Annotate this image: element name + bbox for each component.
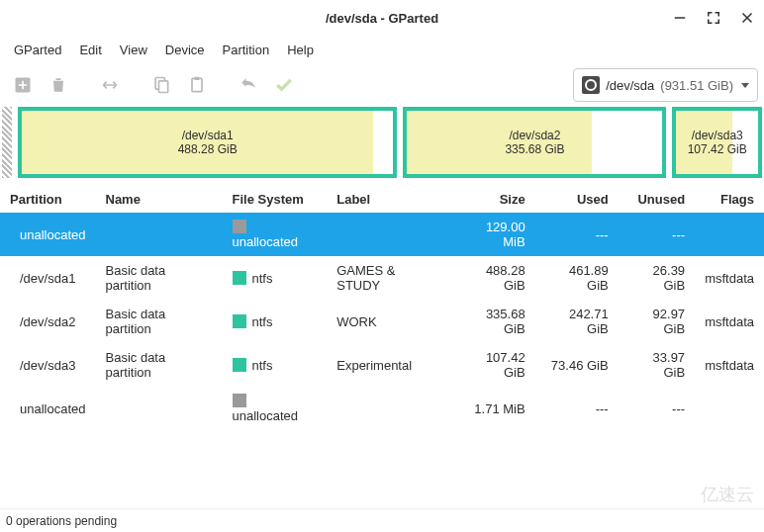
partition-used-region bbox=[407, 111, 592, 174]
menu-gparted[interactable]: GParted bbox=[6, 39, 69, 61]
cell-unused: 92.97 GiB bbox=[619, 300, 695, 343]
cell-size: 129.00 MiB bbox=[451, 213, 535, 256]
toolbar-left bbox=[6, 68, 301, 102]
fs-swatch-icon bbox=[233, 358, 246, 372]
col-label[interactable]: Label bbox=[327, 186, 451, 213]
cell-fs: ntfs bbox=[223, 256, 328, 300]
cell-flags: msftdata bbox=[695, 256, 764, 300]
cell-size: 107.42 GiB bbox=[451, 343, 535, 387]
cell-size: 1.71 MiB bbox=[451, 387, 535, 430]
resize-move-button[interactable] bbox=[93, 68, 127, 102]
device-path: /dev/sda bbox=[606, 78, 654, 93]
cell-size: 488.28 GiB bbox=[451, 256, 535, 300]
maximize-button[interactable] bbox=[705, 9, 722, 27]
col-partition[interactable]: Partition bbox=[0, 186, 96, 213]
cell-used: 73.46 GiB bbox=[535, 343, 619, 387]
cell-used: 461.89 GiB bbox=[535, 256, 619, 300]
fs-swatch-icon bbox=[233, 394, 246, 407]
toolbar: /dev/sda (931.51 GiB) bbox=[0, 63, 764, 107]
table-row[interactable]: unallocatedunallocated1.71 MiB------ bbox=[0, 387, 764, 430]
apply-button[interactable] bbox=[267, 68, 301, 102]
cell-unused: --- bbox=[619, 213, 695, 256]
cell-fs: unallocated bbox=[223, 387, 328, 430]
table-row[interactable]: unallocatedunallocated129.00 MiB------ bbox=[0, 213, 764, 256]
table-row[interactable]: /dev/sda1Basic data partitionntfsGAMES &… bbox=[0, 256, 764, 300]
cell-used: 242.71 GiB bbox=[535, 300, 619, 343]
col-name[interactable]: Name bbox=[96, 186, 223, 213]
menu-partition[interactable]: Partition bbox=[215, 39, 278, 61]
partition-used-region bbox=[676, 111, 731, 174]
close-button[interactable] bbox=[738, 9, 756, 27]
col-size[interactable]: Size bbox=[451, 186, 535, 213]
fs-swatch-icon bbox=[233, 314, 246, 328]
delete-partition-button[interactable] bbox=[42, 68, 75, 102]
svg-rect-3 bbox=[192, 78, 202, 91]
partition-free-region bbox=[373, 111, 393, 174]
paste-button[interactable] bbox=[180, 68, 214, 102]
disk-map-partition[interactable]: /dev/sda3107.42 GiB bbox=[672, 107, 762, 178]
statusbar: 0 operations pending bbox=[0, 508, 764, 532]
menu-edit[interactable]: Edit bbox=[71, 39, 109, 61]
table-row[interactable]: /dev/sda2Basic data partitionntfsWORK335… bbox=[0, 300, 764, 343]
cell-name: Basic data partition bbox=[96, 300, 223, 343]
col-fs[interactable]: File System bbox=[223, 186, 328, 213]
cell-fs: unallocated bbox=[223, 213, 328, 256]
device-selector[interactable]: /dev/sda (931.51 GiB) bbox=[573, 68, 758, 102]
titlebar: /dev/sda - GParted bbox=[0, 0, 764, 36]
col-flags[interactable]: Flags bbox=[695, 186, 764, 213]
cell-unused: 26.39 GiB bbox=[619, 256, 695, 300]
cell-partition: /dev/sda2 bbox=[0, 300, 96, 343]
cell-name: Basic data partition bbox=[96, 343, 223, 387]
cell-flags bbox=[695, 387, 764, 430]
menu-view[interactable]: View bbox=[112, 39, 155, 61]
cell-flags bbox=[695, 213, 764, 256]
pending-operations: 0 operations pending bbox=[6, 514, 117, 528]
new-partition-button[interactable] bbox=[6, 68, 40, 102]
table-row[interactable]: /dev/sda3Basic data partitionntfsExperim… bbox=[0, 343, 764, 387]
menu-help[interactable]: Help bbox=[279, 39, 322, 61]
partition-free-region bbox=[732, 111, 758, 174]
col-used[interactable]: Used bbox=[535, 186, 619, 213]
col-unused[interactable]: Unused bbox=[619, 186, 695, 213]
fs-swatch-icon bbox=[233, 220, 246, 233]
cell-name bbox=[96, 387, 223, 430]
cell-partition: /dev/sda1 bbox=[0, 256, 96, 300]
partition-table: Partition Name File System Label Size Us… bbox=[0, 186, 764, 508]
cell-unused: --- bbox=[619, 387, 695, 430]
window-controls bbox=[671, 0, 756, 36]
svg-rect-4 bbox=[195, 77, 200, 80]
copy-button[interactable] bbox=[144, 68, 178, 102]
chevron-down-icon bbox=[741, 83, 749, 88]
menu-device[interactable]: Device bbox=[157, 39, 213, 61]
partition-free-region bbox=[592, 111, 662, 174]
disk-map-unallocated-leading[interactable] bbox=[2, 107, 12, 178]
cell-label: Experimental bbox=[327, 343, 451, 387]
disk-map-partition[interactable]: /dev/sda1488.28 GiB bbox=[18, 107, 397, 178]
cell-label bbox=[327, 213, 451, 256]
table-header-row: Partition Name File System Label Size Us… bbox=[0, 186, 764, 213]
disk-icon bbox=[582, 76, 600, 94]
cell-name: Basic data partition bbox=[96, 256, 223, 300]
window-title: /dev/sda - GParted bbox=[326, 11, 438, 26]
cell-used: --- bbox=[535, 213, 619, 256]
menubar: GParted Edit View Device Partition Help bbox=[0, 36, 764, 63]
cell-label: WORK bbox=[327, 300, 451, 343]
svg-rect-2 bbox=[159, 81, 168, 93]
undo-button[interactable] bbox=[232, 68, 265, 102]
cell-partition: unallocated bbox=[0, 213, 96, 256]
disk-map: /dev/sda1488.28 GiB/dev/sda2335.68 GiB/d… bbox=[0, 107, 764, 178]
partition-used-region bbox=[22, 111, 373, 174]
cell-flags: msftdata bbox=[695, 343, 764, 387]
cell-used: --- bbox=[535, 387, 619, 430]
cell-partition: unallocated bbox=[0, 387, 96, 430]
cell-unused: 33.97 GiB bbox=[619, 343, 695, 387]
cell-fs: ntfs bbox=[223, 343, 328, 387]
cell-flags: msftdata bbox=[695, 300, 764, 343]
cell-label bbox=[327, 387, 451, 430]
disk-map-partition[interactable]: /dev/sda2335.68 GiB bbox=[403, 107, 666, 178]
device-size: (931.51 GiB) bbox=[660, 78, 733, 93]
minimize-button[interactable] bbox=[671, 9, 689, 27]
cell-size: 335.68 GiB bbox=[451, 300, 535, 343]
cell-fs: ntfs bbox=[223, 300, 328, 343]
cell-name bbox=[96, 213, 223, 256]
